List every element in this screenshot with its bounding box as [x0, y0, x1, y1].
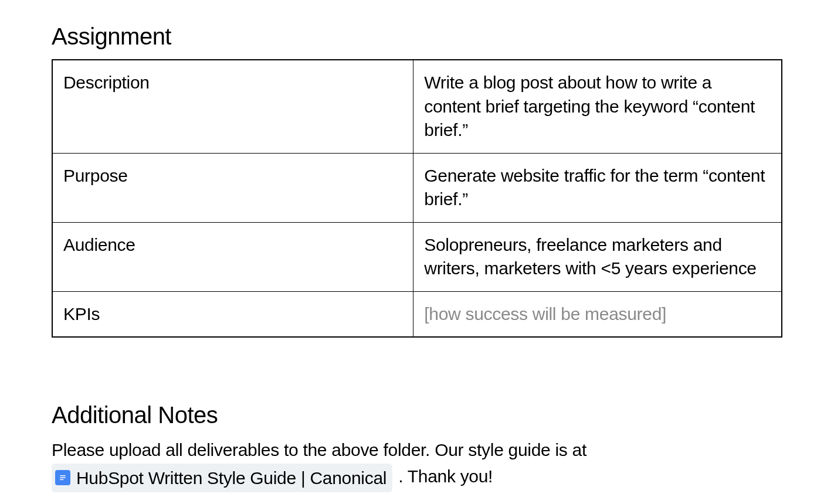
table-row: Description Write a blog post about how …	[52, 60, 782, 153]
row-label-description: Description	[52, 60, 413, 153]
svg-rect-2	[60, 479, 63, 480]
svg-rect-0	[60, 475, 65, 476]
table-row: Audience Solopreneurs, freelance markete…	[52, 222, 782, 291]
notes-post-text: . Thank you!	[398, 466, 493, 486]
assignment-table: Description Write a blog post about how …	[52, 59, 782, 338]
notes-pre-text: Please upload all deliverables to the ab…	[52, 440, 586, 459]
row-label-audience: Audience	[52, 222, 413, 291]
svg-rect-1	[60, 477, 65, 478]
style-guide-doc-label: HubSpot Written Style Guide | Canonical	[76, 465, 387, 491]
row-value-kpis: [how success will be measured]	[413, 291, 782, 337]
row-value-description: Write a blog post about how to write a c…	[413, 60, 782, 153]
assignment-heading: Assignment	[52, 23, 782, 50]
row-label-purpose: Purpose	[52, 153, 413, 222]
row-label-kpis: KPIs	[52, 291, 413, 337]
row-value-audience: Solopreneurs, freelance marketers and wr…	[413, 222, 782, 291]
additional-notes-heading: Additional Notes	[52, 402, 782, 428]
additional-notes-body: Please upload all deliverables to the ab…	[52, 437, 782, 492]
google-doc-icon	[55, 470, 70, 485]
style-guide-doc-link[interactable]: HubSpot Written Style Guide | Canonical	[52, 464, 392, 492]
table-row: Purpose Generate website traffic for the…	[52, 153, 782, 222]
row-value-purpose: Generate website traffic for the term “c…	[413, 153, 782, 222]
table-row: KPIs [how success will be measured]	[52, 291, 782, 337]
